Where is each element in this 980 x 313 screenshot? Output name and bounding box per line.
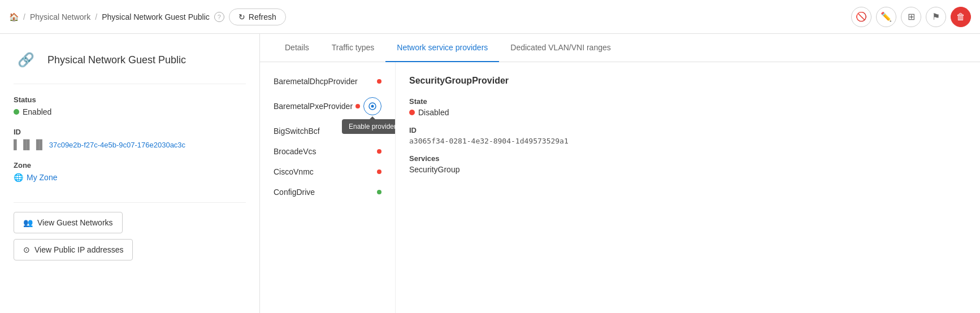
provider-status-dot-configdrive — [377, 190, 381, 194]
tab-details[interactable]: Details — [274, 34, 320, 62]
detail-id-label: ID — [409, 126, 966, 134]
panel-header: 🔗 Physical Network Guest Public — [14, 47, 246, 84]
svg-point-1 — [371, 105, 374, 108]
status-label: Status — [14, 95, 246, 104]
view-button[interactable]: ⊞ — [901, 7, 921, 27]
provider-name: BaremetalDhcpProvider — [274, 77, 358, 86]
provider-status-dot-cisco — [377, 169, 381, 174]
delete-button[interactable]: 🗑 — [951, 7, 971, 27]
home-icon[interactable]: 🏠 — [9, 12, 19, 21]
help-icon[interactable]: ? — [214, 12, 224, 22]
view-public-ip-label: View Public IP addresses — [34, 245, 123, 254]
people-icon: 👥 — [23, 218, 33, 227]
provider-name-pxe: BaremetalPxeProvider — [274, 102, 353, 111]
refresh-icon: ↻ — [239, 12, 245, 21]
provider-item-baremetal-pxe[interactable]: BaremetalPxeProvider Enable provider — [260, 92, 395, 121]
breadcrumb-current: Physical Network Guest Public — [102, 12, 210, 21]
divider — [14, 202, 246, 203]
provider-status-dot — [377, 79, 381, 84]
topbar: 🏠 / Physical Network / Physical Network … — [0, 0, 980, 34]
detail-id-value: a3065f34-0281-4e32-8904-1d49573529a1 — [409, 137, 966, 145]
tab-dedicated-vlan[interactable]: Dedicated VLAN/VNI ranges — [499, 34, 622, 62]
id-label: ID — [14, 128, 246, 136]
refresh-label: Refresh — [249, 12, 276, 21]
detail-state-section: State Disabled — [409, 97, 966, 117]
right-panel: Details Traffic types Network service pr… — [260, 34, 980, 313]
providers-area: BaremetalDhcpProvider BaremetalPxeProvid… — [260, 62, 980, 313]
detail-state-label: State — [409, 97, 966, 106]
left-panel: 🔗 Physical Network Guest Public Status E… — [0, 34, 260, 313]
status-text: Enabled — [23, 107, 51, 116]
provider-item-configdrive[interactable]: ConfigDrive — [260, 182, 395, 202]
breadcrumb-physical-network[interactable]: Physical Network — [30, 12, 90, 21]
edit-button[interactable]: ✏️ — [876, 7, 896, 27]
provider-status-dot-brocade — [377, 149, 381, 154]
id-value[interactable]: ▌▐▌▐▌ 37c09e2b-f27c-4e5b-9c07-176e2030ac… — [14, 140, 246, 150]
status-dot — [14, 109, 19, 115]
provider-item-cisco[interactable]: CiscoVnmc — [260, 162, 395, 182]
zone-text: My Zone — [27, 173, 57, 182]
provider-status-dot-bigswitch — [377, 129, 381, 133]
globe-icon: 🌐 — [14, 173, 23, 182]
view-guest-networks-label: View Guest Networks — [37, 218, 113, 227]
view-public-ip-button[interactable]: ⊙ View Public IP addresses — [14, 239, 133, 260]
selected-provider-name: SecurityGroupProvider — [409, 76, 966, 86]
id-text: 37c09e2b-f27c-4e5b-9c07-176e2030ac3c — [49, 141, 185, 149]
provider-name-cisco: CiscoVnmc — [274, 167, 314, 176]
tab-traffic-types[interactable]: Traffic types — [320, 34, 385, 62]
breadcrumb-sep-2: / — [95, 12, 97, 21]
zone-section: Zone 🌐 My Zone — [14, 161, 246, 182]
id-section: ID ▌▐▌▐▌ 37c09e2b-f27c-4e5b-9c07-176e203… — [14, 128, 246, 150]
network-icon: 🔗 — [14, 47, 38, 72]
provider-status-dot-pxe — [355, 104, 360, 108]
tab-network-service-providers[interactable]: Network service providers — [385, 34, 499, 62]
ip-icon: ⊙ — [23, 245, 30, 254]
detail-state-text: Disabled — [418, 108, 449, 117]
provider-item-baremetal-dhcp[interactable]: BaremetalDhcpProvider — [260, 71, 395, 92]
breadcrumb: 🏠 / Physical Network / Physical Network … — [9, 8, 286, 25]
zone-value[interactable]: 🌐 My Zone — [14, 173, 246, 182]
detail-services-label: Services — [409, 154, 966, 163]
provider-name-configdrive: ConfigDrive — [274, 188, 315, 197]
status-value: Enabled — [14, 107, 246, 116]
detail-services-value: SecurityGroup — [409, 165, 966, 174]
disable-button[interactable]: 🚫 — [851, 7, 871, 27]
refresh-button[interactable]: ↻ Refresh — [229, 8, 286, 25]
breadcrumb-sep-1: / — [23, 12, 25, 21]
provider-item-big-switch[interactable]: BigSwitchBcf — [260, 121, 395, 141]
view-guest-networks-button[interactable]: 👥 View Guest Networks — [14, 212, 123, 233]
enable-provider-button[interactable]: Enable provider — [363, 97, 381, 115]
flag-button[interactable]: ⚑ — [926, 7, 946, 27]
provider-item-brocade[interactable]: BrocadeVcs — [260, 141, 395, 162]
panel-title: Physical Network Guest Public — [47, 54, 186, 66]
tabs: Details Traffic types Network service pr… — [260, 34, 980, 62]
provider-name-bigswitch: BigSwitchBcf — [274, 127, 320, 136]
topbar-actions: 🚫 ✏️ ⊞ ⚑ 🗑 — [851, 7, 971, 27]
detail-services-section: Services SecurityGroup — [409, 154, 966, 174]
barcode-icon: ▌▐▌▐▌ — [14, 140, 46, 150]
detail-state-value: Disabled — [409, 108, 966, 117]
detail-id-section: ID a3065f34-0281-4e32-8904-1d49573529a1 — [409, 126, 966, 145]
provider-detail: SecurityGroupProvider State Disabled ID … — [396, 62, 980, 313]
provider-name-brocade: BrocadeVcs — [274, 147, 316, 156]
providers-list: BaremetalDhcpProvider BaremetalPxeProvid… — [260, 62, 396, 313]
detail-state-dot — [409, 110, 415, 115]
main-content: 🔗 Physical Network Guest Public Status E… — [0, 34, 980, 313]
status-section: Status Enabled — [14, 95, 246, 116]
zone-label: Zone — [14, 161, 246, 169]
